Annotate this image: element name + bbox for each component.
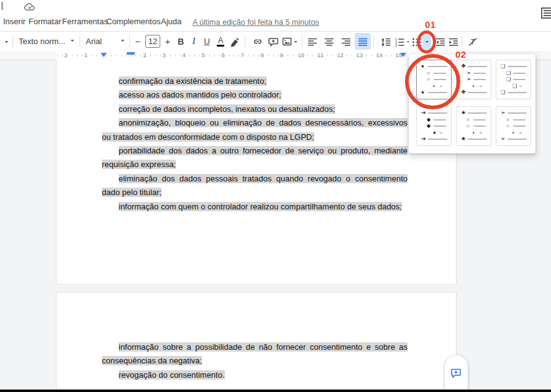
bullet-preview-line: [473, 125, 486, 127]
bullet-preview-row: ➢: [457, 77, 491, 82]
clear-formatting-button[interactable]: T: [465, 33, 481, 50]
document-page-2[interactable]: informação sobre a possibilidade de não …: [56, 292, 457, 392]
document-page-1[interactable]: confirmação da existência de tratamento;…: [56, 60, 457, 285]
underline-button[interactable]: U: [201, 33, 213, 50]
document-line[interactable]: acesso aos dados mantidos pelo controlad…: [102, 88, 408, 102]
selected-text: informação com quem o controlador realiz…: [119, 202, 402, 211]
document-line[interactable]: anonimização, bloqueio ou eliminação de …: [102, 116, 408, 130]
menu-item-inserir[interactable]: Inserir: [3, 17, 25, 26]
menu-item-formatar[interactable]: Formatar: [29, 17, 61, 26]
document-line[interactable]: confirmação da existência de tratamento;: [102, 75, 408, 88]
document-line[interactable]: informação sobre a possibilidade de não …: [102, 340, 408, 354]
bullet-preview-row: ➔: [417, 111, 451, 116]
bullet-glyph: ❑: [512, 84, 517, 89]
left-indent-marker[interactable]: [101, 53, 107, 57]
bullet-preview-row: ○: [457, 117, 491, 122]
bullet-preview-line: [480, 132, 482, 134]
last-edit-link[interactable]: A última edição foi feita há 5 minutos: [193, 18, 319, 27]
toolbar-divider: [245, 35, 245, 47]
page1-text-block[interactable]: confirmação da existência de tratamento;…: [102, 75, 408, 214]
styles-dropdown[interactable]: Texto norm...: [15, 33, 78, 50]
insert-link-button[interactable]: [250, 33, 266, 50]
menu-item-complementos[interactable]: Complementos: [106, 17, 160, 26]
bullet-preview-line: [468, 92, 487, 93]
toolbar-divider: [302, 35, 303, 47]
add-comment-floating-button[interactable]: [450, 367, 462, 378]
bullet-glyph: ▪: [473, 84, 475, 89]
bullet-preview-row: ❖: [457, 64, 491, 69]
bullet-glyph: ➢: [501, 110, 506, 115]
add-comment-button[interactable]: [266, 33, 281, 50]
bullet-preview-line: [513, 125, 526, 127]
line-spacing-button[interactable]: [378, 33, 394, 50]
document-line[interactable]: informação com quem o controlador realiz…: [102, 200, 408, 214]
highlight-color-button[interactable]: [227, 33, 242, 50]
document-line[interactable]: correção de dados incompletos, inexatos …: [102, 103, 408, 116]
bold-button[interactable]: B: [175, 33, 187, 50]
bullet-glyph: ◆: [427, 117, 430, 122]
bullet-preview-line: [508, 112, 527, 114]
bullet-option-arrowhead-circle-square[interactable]: ➢○○▪➢: [496, 106, 531, 146]
first-line-indent-marker[interactable]: [127, 52, 135, 55]
bullet-preview-row: ❑: [496, 90, 531, 95]
bullet-preview-row: ➢: [496, 137, 531, 142]
align-left-button[interactable]: [304, 33, 321, 50]
menu-list-icon[interactable]: [541, 7, 551, 19]
numbered-list-button[interactable]: 123: [393, 33, 406, 50]
document-line[interactable]: eliminação dos dados pessoais tratados q…: [102, 172, 408, 186]
bullet-glyph: ◆: [427, 124, 430, 129]
toolbar-divider: [462, 35, 462, 47]
selected-text: dado pelo titular;: [102, 188, 162, 197]
document-line[interactable]: requisição expressa;: [102, 158, 408, 171]
bullet-preview-row: ▪: [496, 130, 531, 135]
align-center-button[interactable]: [321, 33, 337, 50]
bullet-option-shadowed-squares[interactable]: ❑❑❑❑❑: [496, 60, 531, 99]
increase-font-size-button[interactable]: +: [162, 33, 174, 50]
bullet-preview-row: ●: [417, 130, 451, 135]
bullet-option-arrow-diamond-disc[interactable]: ➔◆◆●➔: [416, 106, 452, 146]
bullet-preview-row: ❑: [496, 71, 531, 76]
caret-down-icon[interactable]: [1, 33, 11, 50]
justify-button[interactable]: [355, 33, 371, 50]
bullet-glyph: ○: [506, 117, 509, 122]
text-color-button[interactable]: A: [214, 33, 227, 50]
italic-button[interactable]: I: [188, 33, 200, 50]
bullet-glyph: ❖: [461, 63, 466, 68]
increase-indent-button[interactable]: [447, 33, 460, 50]
bullet-preview-row: ○: [496, 124, 531, 129]
bullet-preview-row: ❑: [496, 77, 531, 82]
page2-text-block[interactable]: informação sobre a possibilidade de não …: [102, 340, 408, 382]
bullet-preview-line: [513, 79, 526, 80]
font-family-dropdown[interactable]: Arial: [82, 33, 128, 50]
floating-actions-pill: [445, 355, 468, 392]
align-right-button[interactable]: [338, 33, 354, 50]
bullet-preview-line: [434, 125, 446, 127]
menu-item-ferramentas[interactable]: Ferramentas: [62, 17, 108, 26]
bullet-glyph: ➔: [421, 136, 426, 141]
ruler-label: 11: [317, 52, 323, 58]
bullet-preview-row: ○: [496, 117, 531, 122]
ruler-label: 4: [182, 52, 185, 58]
ruler-label: 2: [143, 52, 146, 58]
document-line[interactable]: dado pelo titular;: [102, 186, 408, 199]
document-line[interactable]: revogação do consentimento.: [102, 368, 408, 382]
decrease-font-size-button[interactable]: −: [132, 33, 144, 50]
bullet-preview-row: ❑: [496, 84, 531, 89]
document-line[interactable]: ou tratados em desconformidade com o dis…: [102, 130, 408, 144]
insert-image-caret-icon[interactable]: [292, 33, 299, 50]
document-line[interactable]: portabilidade dos dados a outro forneced…: [102, 144, 408, 158]
bullet-glyph: ○: [467, 117, 470, 122]
bullet-option-star-circle-square[interactable]: ★○○▪★: [456, 106, 491, 146]
document-line[interactable]: consequências da negativa;: [102, 354, 408, 368]
selected-text: ou tratados em desconformidade com o dis…: [102, 132, 314, 142]
bullet-glyph: ▪: [473, 130, 475, 135]
bullet-glyph: ○: [467, 124, 470, 129]
menu-item-ajuda[interactable]: Ajuda: [161, 17, 181, 26]
insert-image-button[interactable]: [281, 33, 293, 50]
bullet-option-diamondx-arrowhead-square[interactable]: ❖➢➢▪❖: [456, 60, 491, 99]
font-size-input[interactable]: 12: [145, 35, 160, 48]
save-status-cloud-icon[interactable]: [24, 1, 36, 12]
bullet-preview-line: [519, 86, 522, 87]
right-indent-marker[interactable]: [400, 53, 406, 57]
toolbar-divider: [12, 35, 13, 47]
